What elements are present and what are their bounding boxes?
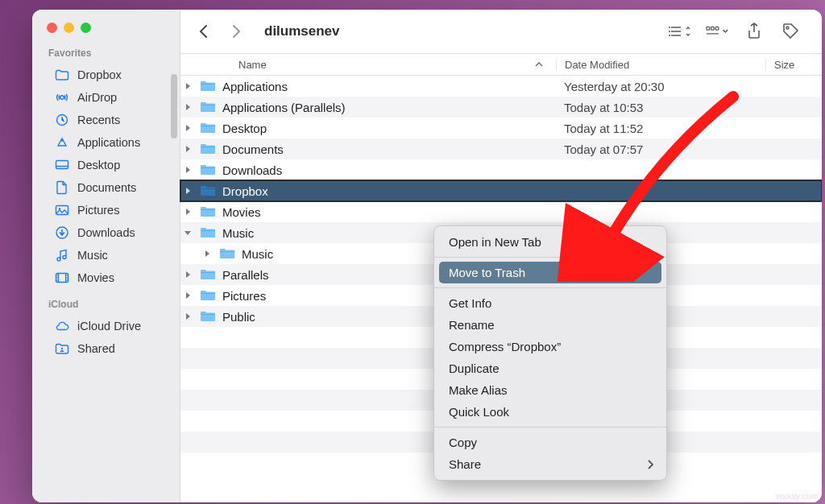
file-row[interactable]: Movies [180,201,822,222]
folder-icon [200,163,216,176]
context-menu-separator [434,257,666,258]
sidebar-section-icloud: iCloud iCloud Drive Shared [32,295,180,366]
file-row[interactable]: ApplicationsYesterday at 20:30 [180,76,822,97]
column-date-modified[interactable]: Date Modified [556,59,765,71]
column-header: Name Date Modified Size [180,53,822,76]
sidebar-item-applications[interactable]: Applications [40,131,172,154]
disclosure-triangle-icon[interactable] [184,208,197,216]
svg-point-9 [669,31,670,32]
disclosure-triangle-icon[interactable] [184,166,197,174]
tags-icon[interactable] [780,22,802,41]
zoom-window-button[interactable] [81,23,91,33]
context-menu-item[interactable]: Compress “Dropbox” [434,336,666,357]
forward-button[interactable] [227,23,245,40]
disclosure-triangle-icon[interactable] [184,312,197,320]
folder-icon [200,143,216,155]
sidebar-item-movies[interactable]: Movies [40,266,172,289]
file-row[interactable]: Downloads [180,159,822,180]
column-date-label: Date Modified [565,59,629,71]
sidebar-item-label: Pictures [77,204,119,217]
disclosure-triangle-icon[interactable] [184,124,197,132]
clock-icon [55,113,69,127]
disclosure-triangle-icon[interactable] [184,229,197,237]
airdrop-icon [55,90,69,105]
disclosure-triangle-icon[interactable] [184,82,197,90]
context-menu-item[interactable]: Move to Trash [439,262,661,283]
context-menu-item[interactable]: Get Info [434,292,666,314]
chevron-right-icon [647,460,653,469]
minimize-window-button[interactable] [64,23,74,33]
group-by-icon[interactable] [706,22,728,41]
sidebar-heading-favorites: Favorites [40,44,172,64]
context-menu-item[interactable]: Make Alias [434,379,666,401]
folder-icon [219,247,235,260]
view-list-icon[interactable] [669,22,691,41]
context-menu-item[interactable]: Copy [434,432,666,453]
folder-icon [200,205,216,218]
column-size[interactable]: Size [765,59,822,71]
music-icon [55,248,69,262]
folder-icon [200,289,216,302]
context-menu-item[interactable]: Rename [434,314,666,336]
sidebar-section-favorites: Favorites Dropbox AirDrop Recents Applic… [32,44,180,295]
sidebar-item-label: AirDrop [77,91,117,104]
file-date: Today at 10:53 [556,101,765,114]
sidebar-item-music[interactable]: Music [40,244,172,266]
disclosure-triangle-icon[interactable] [184,291,197,300]
svg-rect-11 [707,27,710,30]
sidebar-scrollbar[interactable] [171,74,177,138]
sidebar-item-airdrop[interactable]: AirDrop [40,86,172,109]
svg-point-14 [786,27,789,29]
sidebar-item-downloads[interactable]: Downloads [40,221,172,244]
column-name-label: Name [238,59,267,71]
disclosure-triangle-icon[interactable] [184,145,197,153]
sidebar-item-label: Movies [77,271,114,284]
file-row[interactable]: DocumentsToday at 07:57 [180,138,822,159]
folder-icon [200,122,216,134]
file-name: Applications (Parallels) [222,101,556,114]
file-name: Downloads [222,163,556,177]
share-icon[interactable] [743,22,765,41]
sidebar-item-label: Downloads [77,226,135,239]
svg-rect-12 [711,27,715,30]
sidebar-item-recents[interactable]: Recents [40,109,172,131]
sidebar-item-label: Desktop [77,159,120,171]
disclosure-triangle-icon[interactable] [184,271,197,279]
file-row[interactable]: Dropbox [180,180,822,201]
disclosure-triangle-icon[interactable] [184,187,197,195]
image-icon [55,203,69,217]
desktop-icon [55,158,69,172]
sidebar-item-label: Shared [77,342,115,355]
sidebar-item-shared[interactable]: Shared [40,337,172,360]
context-menu-item[interactable]: Quick Look [434,401,666,423]
file-date: Yesterday at 20:30 [556,80,765,93]
context-menu: Open in New TabMove to TrashGet InfoRena… [433,225,667,481]
sidebar-item-documents[interactable]: Documents [40,176,172,199]
window-controls [32,19,180,44]
file-name: Desktop [222,122,556,135]
disclosure-triangle-icon[interactable] [184,103,197,111]
close-window-button[interactable] [47,23,57,33]
disclosure-triangle-icon[interactable] [203,250,216,258]
file-name: Applications [222,80,556,93]
context-menu-item[interactable]: Duplicate [434,357,666,379]
column-name[interactable]: Name [238,59,556,71]
back-button[interactable] [195,23,213,40]
svg-point-10 [669,35,670,36]
sidebar-item-label: Dropbox [77,68,122,81]
apps-icon [55,135,69,150]
movie-icon [55,271,69,285]
sidebar-item-icloud-drive[interactable]: iCloud Drive [40,315,172,337]
sidebar-item-dropbox[interactable]: Dropbox [40,64,172,86]
file-row[interactable]: DesktopToday at 11:52 [180,118,822,138]
sidebar-item-pictures[interactable]: Pictures [40,199,172,221]
toolbar: dilumsenev [180,10,822,53]
file-name: Dropbox [222,184,556,198]
file-row[interactable]: Applications (Parallels)Today at 10:53 [180,97,822,118]
context-menu-separator [434,287,666,288]
sort-ascending-icon [535,60,543,68]
sidebar-item-desktop[interactable]: Desktop [40,154,172,176]
shared-folder-icon [55,341,69,356]
context-menu-item[interactable]: Share [434,453,666,475]
context-menu-item[interactable]: Open in New Tab [434,231,666,253]
